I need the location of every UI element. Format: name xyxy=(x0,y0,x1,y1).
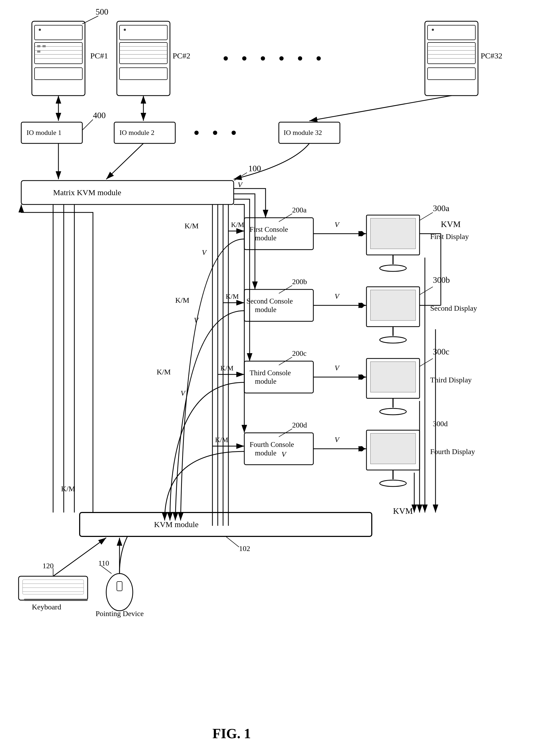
svg-text:Third Console: Third Console xyxy=(249,369,291,377)
svg-text:module: module xyxy=(255,234,276,242)
pc2-unit xyxy=(117,21,170,96)
svg-point-96 xyxy=(358,374,364,380)
svg-text:PC#2: PC#2 xyxy=(173,51,190,60)
svg-rect-50 xyxy=(244,290,313,321)
svg-text:FIG. 1: FIG. 1 xyxy=(212,726,251,741)
svg-text:120: 120 xyxy=(42,562,54,570)
svg-rect-75 xyxy=(24,599,88,601)
svg-rect-29 xyxy=(428,42,475,64)
svg-text:300b: 300b xyxy=(433,275,450,285)
svg-point-45 xyxy=(194,131,199,135)
svg-text:K/M: K/M xyxy=(185,222,199,230)
svg-point-36 xyxy=(224,56,228,61)
svg-rect-34 xyxy=(428,68,475,80)
svg-text:V: V xyxy=(335,436,340,444)
svg-text:Pointing Device: Pointing Device xyxy=(96,610,144,618)
svg-rect-63 xyxy=(370,362,415,392)
svg-line-112 xyxy=(82,120,93,130)
svg-text:K/M: K/M xyxy=(157,368,171,376)
svg-text:V: V xyxy=(335,364,340,372)
svg-text:IO module 2: IO module 2 xyxy=(120,129,154,136)
svg-point-65 xyxy=(380,408,406,415)
diagram: V V V V K/M V K/M V K/M V V K/M K/M K/M … xyxy=(0,0,538,756)
svg-text:V: V xyxy=(202,248,207,256)
svg-rect-20 xyxy=(120,42,167,64)
svg-text:102: 102 xyxy=(239,544,250,553)
svg-text:K/M: K/M xyxy=(231,221,244,229)
svg-text:Matrix KVM module: Matrix KVM module xyxy=(53,188,121,197)
display1 xyxy=(366,215,419,271)
display2 xyxy=(366,287,419,343)
svg-rect-17 xyxy=(37,50,40,53)
svg-rect-15 xyxy=(37,45,40,47)
pc32-unit xyxy=(425,21,478,96)
svg-text:module: module xyxy=(255,449,276,457)
svg-text:K/M: K/M xyxy=(61,485,75,493)
svg-line-119 xyxy=(419,212,433,220)
display4 xyxy=(366,430,419,486)
svg-text:500: 500 xyxy=(96,7,108,17)
svg-text:300c: 300c xyxy=(433,347,449,356)
svg-text:200a: 200a xyxy=(292,206,307,214)
svg-point-14 xyxy=(39,29,41,31)
svg-text:IO module 32: IO module 32 xyxy=(284,129,322,136)
svg-point-46 xyxy=(213,131,217,135)
svg-text:K/M: K/M xyxy=(226,293,239,300)
svg-rect-28 xyxy=(428,25,475,40)
svg-text:K/M: K/M xyxy=(175,296,189,304)
pc1-unit xyxy=(32,21,85,96)
svg-rect-13 xyxy=(34,68,82,80)
display3 xyxy=(366,358,419,415)
keyboard-unit xyxy=(19,576,88,601)
svg-text:Second Display: Second Display xyxy=(430,304,477,312)
svg-rect-53 xyxy=(80,513,372,536)
svg-line-118 xyxy=(226,536,239,547)
svg-text:V: V xyxy=(282,450,287,458)
svg-text:200d: 200d xyxy=(292,421,307,429)
svg-line-106 xyxy=(53,538,106,576)
svg-text:K/M: K/M xyxy=(215,436,228,444)
svg-rect-55 xyxy=(370,218,415,249)
svg-text:300a: 300a xyxy=(433,203,449,213)
svg-text:V: V xyxy=(335,292,340,300)
svg-text:First Display: First Display xyxy=(430,232,469,241)
svg-text:KVM: KVM xyxy=(393,506,413,516)
svg-text:Second Console: Second Console xyxy=(246,297,293,305)
svg-text:V: V xyxy=(181,389,186,397)
svg-text:PC#1: PC#1 xyxy=(90,51,108,60)
svg-text:module: module xyxy=(255,377,276,385)
svg-line-82 xyxy=(106,143,143,179)
svg-point-37 xyxy=(242,56,246,61)
svg-text:110: 110 xyxy=(98,559,109,567)
svg-text:400: 400 xyxy=(93,110,106,120)
svg-rect-51 xyxy=(244,361,313,393)
svg-point-38 xyxy=(261,56,265,61)
svg-rect-77 xyxy=(117,581,122,591)
svg-point-92 xyxy=(358,231,364,236)
svg-point-57 xyxy=(380,265,406,271)
svg-rect-19 xyxy=(120,25,167,40)
svg-point-47 xyxy=(232,131,236,135)
svg-text:200c: 200c xyxy=(292,349,306,357)
svg-text:PC#32: PC#32 xyxy=(481,51,503,60)
svg-text:module: module xyxy=(255,306,276,314)
svg-rect-67 xyxy=(370,433,415,464)
svg-text:Fourth Console: Fourth Console xyxy=(249,441,294,449)
svg-line-80 xyxy=(309,96,452,121)
svg-rect-25 xyxy=(120,68,167,80)
svg-point-61 xyxy=(380,337,406,343)
svg-point-98 xyxy=(358,446,364,452)
svg-text:Keyboard: Keyboard xyxy=(32,603,61,611)
svg-text:IO module 1: IO module 1 xyxy=(27,129,61,136)
svg-point-69 xyxy=(380,480,406,486)
svg-line-111 xyxy=(82,16,98,24)
svg-rect-7 xyxy=(34,25,82,40)
svg-point-35 xyxy=(432,29,434,31)
svg-point-26 xyxy=(124,29,126,31)
svg-text:V: V xyxy=(335,220,340,229)
svg-text:K/M: K/M xyxy=(220,364,234,372)
svg-line-120 xyxy=(419,287,433,295)
svg-line-121 xyxy=(419,358,433,366)
svg-point-76 xyxy=(106,573,133,611)
svg-text:300d: 300d xyxy=(433,419,448,428)
